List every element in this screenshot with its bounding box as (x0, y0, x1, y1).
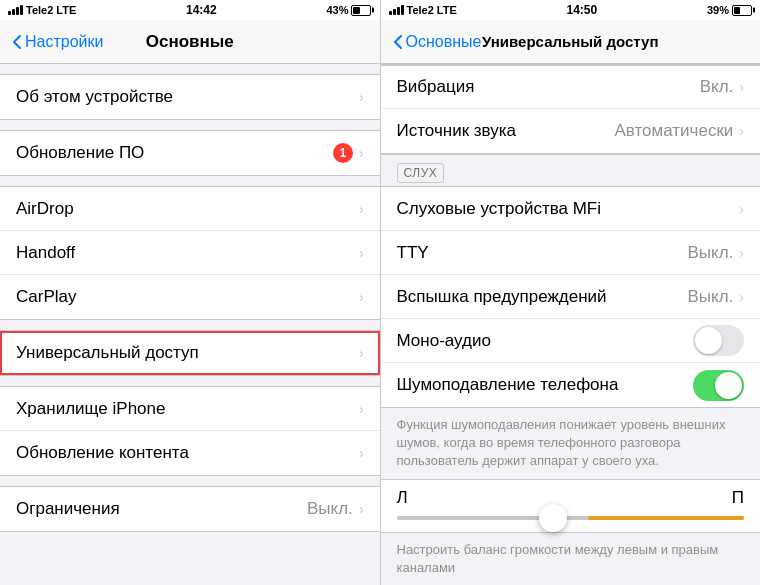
universal-access-item[interactable]: Универсальный доступ › (0, 331, 380, 375)
section-3: AirDrop › Handoff › CarPlay › (0, 186, 380, 320)
carrier-left: Tele2 (26, 4, 53, 16)
chevron-icon: › (359, 501, 364, 517)
network-right: LTE (437, 4, 457, 16)
section-1: Об этом устройстве › (0, 74, 380, 120)
item-right: › (359, 401, 364, 417)
section-2: Обновление ПО 1 › (0, 130, 380, 176)
item-right: › (359, 445, 364, 461)
mono-label: Моно-аудио (397, 331, 491, 351)
slider-row: Л П (381, 480, 761, 533)
noise-label: Шумоподавление телефона (397, 375, 619, 395)
item-right: Выкл. › (687, 287, 744, 307)
item-label: Ограничения (16, 499, 120, 519)
chevron-icon: › (359, 289, 364, 305)
list-item[interactable]: Ограничения Выкл. › (0, 487, 380, 531)
list-item[interactable]: Хранилище iPhone › (0, 387, 380, 431)
item-label: Обновление ПО (16, 143, 144, 163)
mono-toggle[interactable] (693, 325, 744, 356)
section-5: Хранилище iPhone › Обновление контента › (0, 386, 380, 476)
slider-track[interactable] (397, 516, 745, 520)
item-right: Автоматически › (614, 121, 744, 141)
balance-text: Настроить баланс громкости между левым и… (381, 533, 761, 585)
spacer (0, 64, 380, 74)
list-item[interactable]: Об этом устройстве › (0, 75, 380, 119)
value-text: Выкл. (687, 243, 733, 263)
section-header-hearing: СЛУХ (381, 154, 761, 186)
chevron-icon: › (359, 201, 364, 217)
slider-fill-left (397, 516, 553, 520)
chevron-left-icon (12, 34, 22, 50)
list-item[interactable]: Слуховые устройства MFi › (381, 187, 761, 231)
time-right: 14:50 (567, 3, 598, 17)
item-right: › (739, 201, 744, 217)
list-item[interactable]: Источник звука Автоматически › (381, 109, 761, 153)
back-button-right[interactable]: Основные (393, 33, 482, 51)
section-6: Ограничения Выкл. › (0, 486, 380, 532)
chevron-icon: › (739, 245, 744, 261)
item-label: Обновление контента (16, 443, 189, 463)
chevron-icon: › (359, 245, 364, 261)
value-text: Вкл. (700, 77, 734, 97)
flash-label: Вспышка предупреждений (397, 287, 607, 307)
mono-audio-item[interactable]: Моно-аудио (381, 319, 761, 363)
chevron-icon: › (359, 145, 364, 161)
hearing-section: Слуховые устройства MFi › TTY Выкл. › Вс… (381, 186, 761, 408)
spacer (0, 120, 380, 130)
page-title-right: Универсальный доступ (482, 33, 658, 50)
chevron-icon: › (739, 123, 744, 139)
chevron-icon: › (739, 201, 744, 217)
list-item[interactable]: Вибрация Вкл. › (381, 65, 761, 109)
right-panel: Tele2 LTE 14:50 39% Основные Универсальн… (381, 0, 761, 585)
list-item[interactable]: Обновление ПО 1 › (0, 131, 380, 175)
spacer (0, 320, 380, 330)
toggle-knob (695, 327, 722, 354)
list-item[interactable]: Handoff › (0, 231, 380, 275)
battery-icon-right (732, 5, 752, 16)
list-item[interactable]: Вспышка предупреждений Выкл. › (381, 275, 761, 319)
battery-fill-left (353, 7, 360, 14)
left-scroll[interactable]: Об этом устройстве › Обновление ПО 1 › A… (0, 64, 380, 585)
item-label: AirDrop (16, 199, 74, 219)
list-item[interactable]: CarPlay › (0, 275, 380, 319)
nav-bar-left: Настройки Основные (0, 20, 380, 64)
list-item[interactable]: Обновление контента › (0, 431, 380, 475)
sound-source-label: Источник звука (397, 121, 517, 141)
item-label: Хранилище iPhone (16, 399, 165, 419)
item-right: › (359, 201, 364, 217)
slider-section: Л П (381, 479, 761, 533)
carrier-right: Tele2 (407, 4, 434, 16)
badge: 1 (333, 143, 353, 163)
spacer (0, 176, 380, 186)
item-right: Выкл. › (307, 499, 364, 519)
back-button-left[interactable]: Настройки (12, 33, 103, 51)
item-right: › (359, 345, 364, 361)
item-right: Вкл. › (700, 77, 744, 97)
noise-toggle[interactable] (693, 370, 744, 401)
item-right: › (359, 89, 364, 105)
chevron-icon: › (359, 89, 364, 105)
item-right: › (359, 289, 364, 305)
right-scroll[interactable]: Вибрация Вкл. › Источник звука Автоматич… (381, 64, 761, 585)
spacer-bottom (0, 532, 380, 552)
nav-bar-right: Основные Универсальный доступ (381, 20, 761, 64)
list-item[interactable]: AirDrop › (0, 187, 380, 231)
vibration-label: Вибрация (397, 77, 475, 97)
item-right: 1 › (333, 143, 364, 163)
slider-thumb[interactable] (539, 504, 567, 532)
network-left: LTE (56, 4, 76, 16)
item-label: Универсальный доступ (16, 343, 199, 363)
chevron-icon: › (739, 289, 744, 305)
list-item[interactable]: TTY Выкл. › (381, 231, 761, 275)
back-label-left: Настройки (25, 33, 103, 51)
slider-right-label: П (732, 488, 744, 508)
signal-icon (8, 5, 23, 15)
item-right: Выкл. › (687, 243, 744, 263)
status-bar-right: Tele2 LTE 14:50 39% (381, 0, 761, 20)
page-title-left: Основные (146, 32, 234, 52)
hearing-section-label: СЛУХ (397, 163, 445, 183)
top-section: Вибрация Вкл. › Источник звука Автоматич… (381, 64, 761, 154)
signal-icon-right (389, 5, 404, 15)
tty-label: TTY (397, 243, 429, 263)
noise-cancel-item[interactable]: Шумоподавление телефона (381, 363, 761, 407)
chevron-left-icon-right (393, 34, 403, 50)
